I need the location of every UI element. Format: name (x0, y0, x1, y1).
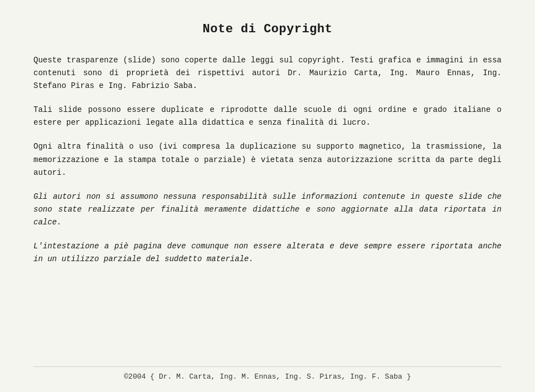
main-content: Note di Copyright Queste trasparenze (sl… (33, 22, 502, 366)
paragraph-other-use-forbidden: Ogni altra finalità o uso (ivi compresa … (33, 140, 502, 179)
paragraph-header-note: L'intestazione a piè pagina deve comunqu… (33, 240, 502, 266)
paragraph-no-responsibility: Gli autori non si assumono nessuna respo… (33, 190, 502, 229)
paragraph-copyright-intro: Queste trasparenze (slide) sono coperte … (33, 54, 502, 92)
paragraph-duplicate-allowed: Tali slide possono essere duplicate e ri… (33, 104, 502, 129)
page-title: Note di Copyright (203, 22, 333, 36)
footer-text: ©2004 { Dr. M. Carta, Ing. M. Ennas, Ing… (124, 373, 411, 381)
page-footer: ©2004 { Dr. M. Carta, Ing. M. Ennas, Ing… (33, 366, 502, 381)
